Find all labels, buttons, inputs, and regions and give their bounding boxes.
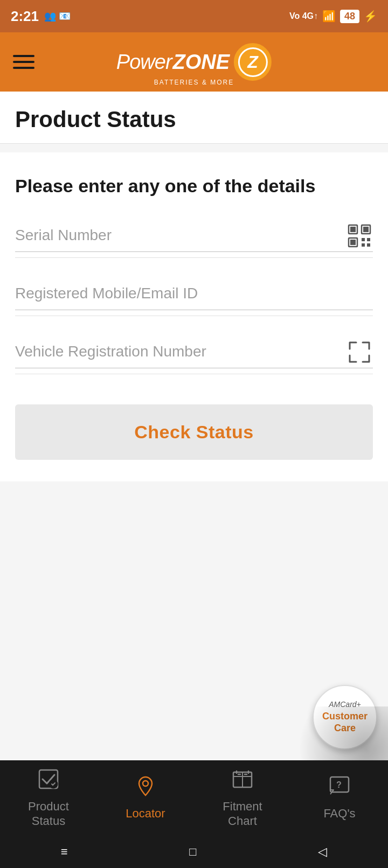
app-logo: Power ZONE Z [116,43,272,81]
am-card-text: AMCard+ [329,700,361,709]
svg-rect-3 [363,227,369,232]
time-display: 2:21 [11,8,39,25]
serial-number-input[interactable] [15,219,373,252]
charging-icon: ⚡ [364,10,377,23]
mobile-email-input[interactable] [15,277,373,310]
svg-point-12 [143,781,148,786]
nav-label-fitment-chart: FitmentChart [223,800,262,828]
notification-icons: 👥 📧 [44,10,71,22]
vehicle-reg-group [15,335,373,368]
logo-tagline: BATTERIES & MORE [154,79,234,86]
hamburger-menu[interactable] [13,55,34,69]
logo-zone-text: ZONE [173,51,230,74]
nav-label-product-status: ProductStatus [28,800,69,828]
svg-rect-7 [367,238,370,241]
svg-rect-1 [350,227,356,232]
status-icons: Vo 4G↑ 📶 48 ⚡ [289,10,377,23]
android-home-btn[interactable]: □ [189,845,196,859]
nav-item-faqs[interactable]: ? FAQ's [304,775,375,821]
nav-item-locator[interactable]: Locator [110,775,181,821]
customer-care-fab[interactable]: AMCard+ Customer Care [313,685,377,750]
customer-care-label: Customer Care [322,711,368,734]
logo-power-text: Power [116,51,172,74]
fitment-chart-icon [231,768,254,795]
vehicle-reg-input[interactable] [15,335,373,368]
bottom-nav: ProductStatus Locator FitmentChart [0,760,388,836]
qr-code-icon[interactable] [346,222,373,249]
logo-badge: Z [234,43,272,81]
page-title: Product Status [15,107,373,132]
android-menu-btn[interactable]: ≡ [61,845,68,859]
locator-icon [134,775,157,802]
battery-indicator: 48 [340,10,359,23]
svg-rect-5 [350,240,356,245]
nav-label-faqs: FAQ's [323,807,355,821]
android-system-bar: ≡ □ ◁ [0,836,388,868]
scan-icon[interactable] [346,339,373,366]
serial-number-group [15,219,373,252]
status-bar: 2:21 👥 📧 Vo 4G↑ 📶 48 ⚡ [0,0,388,32]
nav-item-fitment-chart[interactable]: FitmentChart [207,768,278,828]
nav-item-product-status[interactable]: ProductStatus [13,768,84,828]
signal-bars: 📶 [322,10,336,23]
svg-rect-6 [362,238,365,241]
top-nav-bar: Power ZONE Z BATTERIES & MORE [0,32,388,92]
form-heading: Please enter any one of the details [15,174,373,198]
svg-rect-8 [362,243,365,247]
svg-rect-9 [367,243,370,247]
nav-label-locator: Locator [126,807,165,821]
android-back-btn[interactable]: ◁ [318,845,327,859]
signal-text: Vo 4G↑ [289,11,318,21]
faqs-icon: ? [328,775,351,802]
check-status-button[interactable]: Check Status [15,404,373,460]
form-section: Please enter any one of the details [0,152,388,481]
page-title-section: Product Status [0,92,388,144]
logo-z-symbol: Z [247,52,258,72]
svg-text:?: ? [336,780,342,789]
mobile-email-group [15,277,373,310]
product-status-icon [37,768,60,795]
